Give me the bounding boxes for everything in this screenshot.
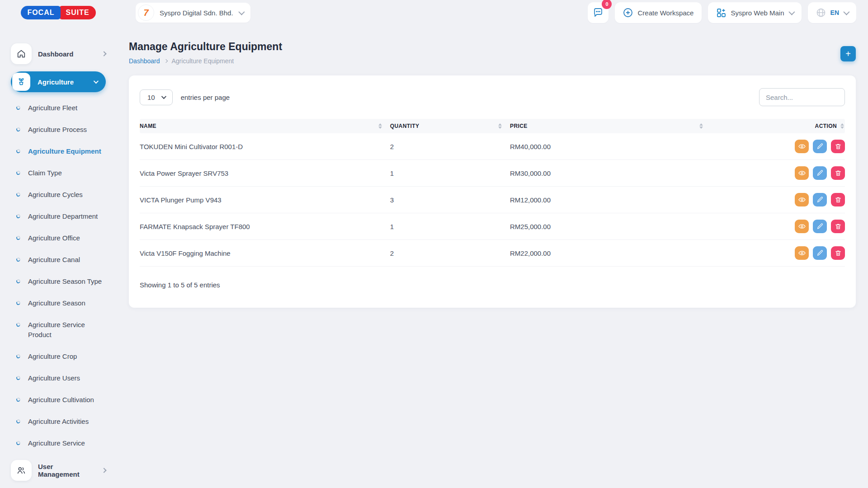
- cell-price: RM30,000.00: [510, 169, 711, 177]
- trash-icon: [835, 196, 842, 203]
- view-button[interactable]: [795, 220, 809, 233]
- entries-per-page-select[interactable]: 10: [140, 89, 173, 105]
- sidebar-subitem[interactable]: Agriculture Process: [16, 125, 106, 135]
- sort-icon[interactable]: [840, 123, 844, 129]
- bullet-icon: [16, 192, 21, 197]
- pencil-icon: [816, 196, 824, 203]
- cell-quantity: 1: [390, 169, 510, 177]
- chevron-down-icon: [788, 9, 795, 15]
- table-body: TOKUDEN Mini Cultivator R001-D 2 RM40,00…: [140, 133, 845, 267]
- eye-icon: [798, 222, 806, 230]
- trash-icon: [835, 169, 842, 177]
- sidebar-subitem[interactable]: Agriculture Crop: [16, 352, 106, 361]
- pencil-icon: [816, 249, 824, 257]
- workspace-selector-label: Syspro Digital Sdn. Bhd.: [160, 9, 233, 17]
- column-header-price[interactable]: PRICE: [510, 123, 711, 129]
- view-button[interactable]: [795, 166, 809, 180]
- bullet-icon: [16, 279, 21, 284]
- delete-button[interactable]: [831, 220, 845, 233]
- sidebar-subitem[interactable]: Agriculture Service Product: [16, 320, 106, 340]
- edit-button[interactable]: [813, 220, 827, 233]
- messages-button[interactable]: 0: [588, 2, 609, 23]
- messages-badge: 0: [602, 0, 612, 9]
- delete-button[interactable]: [831, 193, 845, 206]
- bullet-icon: [16, 322, 21, 327]
- sidebar-subitem[interactable]: Agriculture Activities: [16, 417, 106, 427]
- globe-icon: [816, 8, 826, 18]
- sort-icon[interactable]: [699, 123, 703, 129]
- sidebar-subitem[interactable]: Agriculture Office: [16, 233, 106, 243]
- sidebar-subitem-label: Agriculture Fleet: [28, 103, 77, 113]
- sidebar-subitem[interactable]: Agriculture Season Type: [16, 277, 106, 286]
- add-equipment-button[interactable]: +: [840, 46, 856, 61]
- view-button[interactable]: [795, 193, 809, 206]
- app-logo: FOCAL SUITE: [0, 6, 117, 19]
- cell-quantity: 3: [390, 196, 510, 204]
- sidebar-subitem-label: Agriculture Cultivation: [28, 395, 94, 405]
- sidebar-item-agriculture[interactable]: Agriculture: [11, 71, 106, 92]
- edit-button[interactable]: [813, 140, 827, 153]
- sidebar-subitem[interactable]: Agriculture Service: [16, 438, 106, 448]
- sidebar-item-label: Dashboard: [38, 50, 73, 58]
- create-workspace-button[interactable]: Create Workspace: [615, 2, 702, 23]
- sidebar-subitem[interactable]: Agriculture Canal: [16, 255, 106, 265]
- chevron-down-icon: [161, 94, 166, 99]
- table-header: NAME QUANTITY PRICE ACTION: [140, 119, 845, 133]
- sidebar-item-label: User Management: [38, 463, 96, 478]
- sidebar-subitem[interactable]: Agriculture Department: [16, 211, 106, 221]
- language-selector[interactable]: EN: [808, 2, 856, 23]
- sort-icon[interactable]: [378, 123, 382, 129]
- column-header-name[interactable]: NAME: [140, 123, 390, 129]
- sidebar-subitem[interactable]: Agriculture Fleet: [16, 103, 106, 113]
- sidebar-subitem-label: Agriculture Office: [28, 233, 80, 243]
- view-button[interactable]: [795, 246, 809, 260]
- chevron-right-icon: [101, 51, 106, 56]
- breadcrumb-dashboard-link[interactable]: Dashboard: [129, 57, 160, 65]
- workspace-logo-icon: 7: [138, 5, 154, 21]
- column-header-quantity[interactable]: QUANTITY: [390, 123, 510, 129]
- search-input[interactable]: [759, 88, 845, 106]
- sidebar-subitem-label: Agriculture Crop: [28, 352, 77, 361]
- sidebar-item-label: Agriculture: [38, 78, 74, 86]
- create-workspace-label: Create Workspace: [637, 9, 693, 17]
- delete-button[interactable]: [831, 246, 845, 260]
- bullet-icon: [16, 419, 21, 424]
- table-footer-summary: Showing 1 to 5 of 5 entries: [140, 281, 845, 289]
- sort-icon[interactable]: [498, 123, 502, 129]
- cell-actions: [711, 166, 845, 180]
- chevron-down-icon: [238, 9, 245, 15]
- plus-circle-icon: [623, 8, 633, 18]
- edit-button[interactable]: [813, 193, 827, 206]
- eye-icon: [798, 196, 806, 204]
- sidebar-subitem-label: Agriculture Service Product: [28, 320, 106, 340]
- edit-button[interactable]: [813, 246, 827, 260]
- cell-name: Victa Power Sprayer SRV753: [140, 169, 390, 177]
- sidebar-subitem[interactable]: Claim Type: [16, 168, 106, 178]
- sidebar-item-user-management[interactable]: User Management: [11, 460, 106, 481]
- column-header-action[interactable]: ACTION: [711, 123, 845, 129]
- view-button[interactable]: [795, 140, 809, 153]
- sidebar-subitem-label: Agriculture Cycles: [28, 190, 83, 200]
- cell-actions: [711, 193, 845, 206]
- bullet-icon: [16, 375, 21, 380]
- sidebar-subitem[interactable]: Agriculture Cycles: [16, 190, 106, 200]
- entries-per-page-value: 10: [147, 94, 155, 101]
- sidebar-subitem-label: Agriculture Process: [28, 125, 87, 135]
- bullet-icon: [16, 127, 21, 132]
- edit-button[interactable]: [813, 166, 827, 180]
- delete-button[interactable]: [831, 140, 845, 153]
- cell-actions: [711, 246, 845, 260]
- workspace-menu[interactable]: Syspro Web Main: [708, 2, 801, 23]
- table-row: TOKUDEN Mini Cultivator R001-D 2 RM40,00…: [140, 133, 845, 160]
- equipment-table-card: 10 entries per page NAME QUANTITY: [129, 75, 856, 308]
- sidebar-subitem[interactable]: Agriculture Equipment: [16, 146, 106, 156]
- table-row: VICTA Plunger Pump V943 3 RM12,000.00: [140, 187, 845, 213]
- delete-button[interactable]: [831, 166, 845, 180]
- sidebar-subitem[interactable]: Agriculture Users: [16, 373, 106, 383]
- sidebar-subitem[interactable]: Agriculture Season: [16, 298, 106, 308]
- sidebar-subitem[interactable]: Agriculture Cultivation: [16, 395, 106, 405]
- sidebar-item-dashboard[interactable]: Dashboard: [11, 43, 106, 64]
- cell-quantity: 1: [390, 223, 510, 230]
- sidebar-subitem-label: Agriculture Season Type: [28, 277, 102, 286]
- workspace-selector[interactable]: 7 Syspro Digital Sdn. Bhd.: [136, 3, 250, 23]
